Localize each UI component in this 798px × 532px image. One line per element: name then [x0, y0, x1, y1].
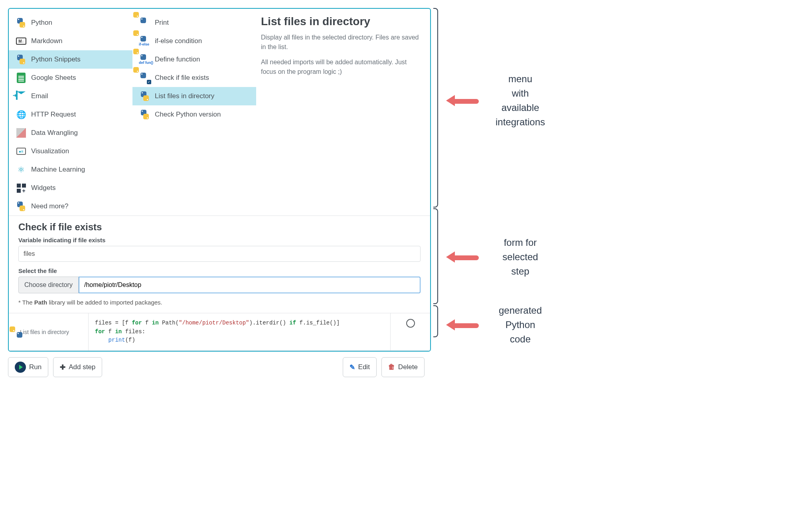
annotation-column: menu with available integrations form fo…: [439, 8, 559, 377]
variable-label: Variable indicating if file exists: [18, 237, 421, 243]
check-badge-icon: ✓: [147, 80, 151, 84]
cell-output-gutter: [390, 313, 430, 350]
arrow-icon: [447, 320, 479, 330]
select-file-label: Select the file: [18, 267, 421, 274]
snippet-label: Check if file exists: [155, 73, 209, 82]
integration-label: Python: [31, 18, 52, 27]
code-body[interactable]: files = [f for f in Path("/home/piotr/De…: [89, 313, 390, 350]
helper-text: * The Path library will be added to impo…: [18, 299, 421, 306]
integration-http-request[interactable]: 🌐 HTTP Request: [9, 105, 132, 124]
python-icon: [140, 91, 150, 101]
integration-data-wrangling[interactable]: Data Wrangling: [9, 124, 132, 142]
python-icon: if-else: [140, 36, 150, 46]
detail-description: Display all files in the selected direct…: [261, 33, 421, 52]
snippet-check-python-version[interactable]: Check Python version: [132, 105, 256, 124]
arrow-icon: [447, 96, 479, 105]
sheets-icon: [16, 73, 26, 83]
annotation-form: form for selected step: [484, 235, 556, 279]
bracket-menu: [433, 8, 438, 208]
bracket-code: [433, 305, 438, 337]
integration-label: Widgets: [31, 184, 55, 192]
delete-button[interactable]: 🗑 Delete: [381, 357, 425, 377]
snippet-list-files[interactable]: List files in directory: [132, 87, 256, 105]
python-icon: [16, 18, 26, 28]
python-icon: ✓: [140, 73, 150, 83]
snippet-label: List files in directory: [155, 92, 214, 101]
run-button[interactable]: Run: [8, 357, 48, 377]
detail-title: List files in directory: [261, 15, 421, 28]
snippet-label: Print: [155, 18, 169, 27]
trash-icon: 🗑: [388, 363, 395, 371]
python-icon: [140, 18, 150, 28]
generated-code-cell: List files in directory files = [f for f…: [9, 313, 430, 351]
snippet-label: Define function: [155, 55, 200, 64]
choose-directory-button[interactable]: Choose directory: [18, 277, 79, 293]
edit-icon: ✎: [350, 363, 355, 372]
python-icon: [16, 54, 26, 65]
arrow-icon: [447, 252, 479, 262]
execution-status-icon[interactable]: [406, 319, 415, 328]
integration-google-sheets[interactable]: Google Sheets: [9, 69, 132, 87]
viz-icon: ●≡: [16, 146, 26, 156]
directory-path-input[interactable]: [79, 277, 421, 293]
integration-label: Visualization: [31, 147, 69, 156]
integration-machine-learning[interactable]: ⚛ Machine Learning: [9, 160, 132, 179]
edit-button[interactable]: ✎ Edit: [343, 357, 377, 377]
python-icon: [16, 201, 26, 212]
email-icon: ➜: [16, 91, 26, 101]
form-title: Check if file exists: [18, 222, 421, 233]
snippet-detail: List files in directory Display all file…: [256, 9, 430, 216]
integration-widgets[interactable]: + Widgets: [9, 179, 132, 197]
integration-email[interactable]: ➜ Email: [9, 87, 132, 105]
snippet-label: if-else condition: [155, 37, 202, 45]
integration-visualization[interactable]: ●≡ Visualization: [9, 142, 132, 160]
annotation-menu: menu with available integrations: [484, 72, 556, 129]
integration-label: Python Snippets: [31, 55, 81, 64]
integration-label: Email: [31, 92, 48, 101]
wrangling-icon: [16, 128, 26, 138]
snippet-print[interactable]: Print: [132, 14, 256, 32]
integration-python[interactable]: Python: [9, 14, 132, 32]
snippet-define-function[interactable]: def fun() Define function: [132, 50, 256, 69]
add-step-button[interactable]: ✚ Add step: [53, 357, 102, 377]
cell-toolbar: Run ✚ Add step ✎ Edit 🗑 Delete: [8, 352, 431, 377]
step-form: Check if file exists Variable indicating…: [9, 216, 430, 313]
snippet-if-else[interactable]: if-else if-else condition: [132, 32, 256, 50]
integration-label: Markdown: [31, 37, 62, 45]
code-cell-label: List files in directory: [9, 313, 89, 350]
integration-label: Machine Learning: [31, 165, 85, 174]
variable-input[interactable]: [18, 246, 421, 262]
annotation-code: generated Python code: [484, 303, 556, 346]
plus-icon: ✚: [60, 363, 65, 372]
python-icon: [140, 109, 150, 120]
integration-markdown[interactable]: M↓ Markdown: [9, 32, 132, 50]
integration-label: HTTP Request: [31, 110, 76, 119]
play-icon: [15, 362, 26, 373]
detail-note: All needed imports will be added automat…: [261, 57, 421, 77]
ml-icon: ⚛: [16, 164, 26, 175]
snippet-check-file-exists[interactable]: ✓ Check if file exists: [132, 69, 256, 87]
http-icon: 🌐: [16, 109, 26, 120]
integration-label: Need more?: [31, 202, 69, 211]
bracket-form: [433, 208, 438, 304]
recipe-panel: Python M↓ Markdown Python Snippets Googl…: [8, 8, 431, 352]
integration-label: Google Sheets: [31, 73, 76, 82]
menu-section: Python M↓ Markdown Python Snippets Googl…: [9, 9, 430, 216]
widgets-icon: +: [16, 183, 26, 193]
python-icon: def fun(): [140, 54, 150, 65]
integration-need-more[interactable]: Need more?: [9, 197, 132, 216]
snippet-label: Check Python version: [155, 110, 221, 119]
markdown-icon: M↓: [16, 36, 26, 46]
integrations-column: Python M↓ Markdown Python Snippets Googl…: [9, 9, 132, 216]
integration-label: Data Wrangling: [31, 129, 78, 137]
integration-python-snippets[interactable]: Python Snippets: [9, 50, 132, 69]
snippets-column: Print if-else if-else condition def fun(…: [132, 9, 256, 216]
